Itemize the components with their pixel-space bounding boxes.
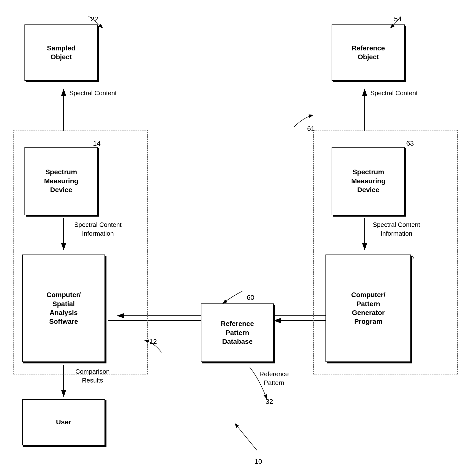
spectrum-measuring-left-box: SpectrumMeasuringDevice [24,147,98,215]
ref-61-arrow [289,113,318,132]
ref-22-arrow [83,13,108,33]
computer-pattern-label: Computer/PatternGeneratorProgram [351,290,385,326]
computer-spatial-label: Computer/SpatialAnalysisSoftware [46,290,81,326]
diagram: 22 SampledObject 54 ReferenceObject Spec… [0,0,464,476]
reference-pattern-db-box: ReferencePatternDatabase [201,303,274,362]
spectrum-measuring-right-box: SpectrumMeasuringDevice [332,147,405,215]
ref-12-arrow [142,338,166,357]
user-box: User [22,399,105,445]
user-label: User [56,418,71,427]
sampled-object-label: SampledObject [47,44,76,62]
computer-pattern-box: Computer/PatternGeneratorProgram [325,255,411,362]
spectral-content-info-right-label: Spectral Content Information [370,220,423,238]
ref-63: 63 [406,139,414,147]
ref-60-arrow [218,289,252,308]
spectrum-measuring-left-label: SpectrumMeasuringDevice [44,168,78,194]
spectral-content-info-left-label: Spectral Content Information [71,220,125,238]
ref-54-arrow [387,13,411,33]
computer-spatial-box: Computer/SpatialAnalysisSoftware [22,255,105,362]
ref-32-arrow [240,365,277,404]
ref-10-arrow [220,416,269,465]
ref-14: 14 [93,139,101,147]
spectrum-measuring-right-label: SpectrumMeasuringDevice [351,168,385,194]
reference-pattern-db-label: ReferencePatternDatabase [221,319,254,346]
spectral-content-left-label: Spectral Content [69,89,117,97]
reference-object-label: ReferenceObject [352,44,385,62]
comparison-results-label: Comparison Results [68,367,117,385]
spectral-content-right-label: Spectral Content [370,89,418,97]
